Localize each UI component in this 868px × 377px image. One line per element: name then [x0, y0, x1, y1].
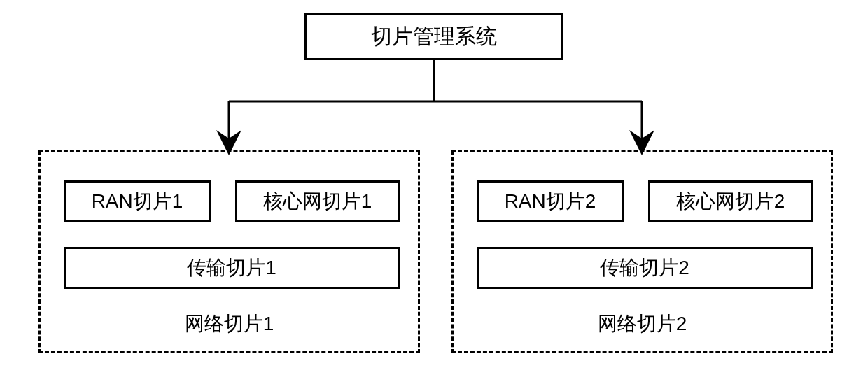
- transport-slice-box: 传输切片2: [477, 247, 813, 289]
- network-slice-label: 网络切片2: [454, 311, 831, 337]
- slice-manager-title: 切片管理系统: [371, 22, 497, 51]
- network-slice-label: 网络切片1: [41, 311, 418, 337]
- ran-slice-label: RAN切片2: [505, 188, 596, 215]
- ran-slice-box: RAN切片2: [477, 180, 624, 222]
- slice-manager-box: 切片管理系统: [304, 13, 564, 60]
- network-slice-1: RAN切片1 核心网切片1 传输切片1 网络切片1: [38, 150, 420, 353]
- transport-slice-label: 传输切片2: [600, 255, 690, 281]
- core-slice-box: 核心网切片2: [648, 180, 813, 222]
- transport-slice-box: 传输切片1: [64, 247, 400, 289]
- core-slice-box: 核心网切片1: [235, 180, 400, 222]
- core-slice-label: 核心网切片1: [263, 188, 372, 215]
- network-slice-2: RAN切片2 核心网切片2 传输切片2 网络切片2: [451, 150, 833, 353]
- ran-slice-label: RAN切片1: [92, 188, 183, 215]
- ran-slice-box: RAN切片1: [64, 180, 211, 222]
- core-slice-label: 核心网切片2: [676, 188, 785, 215]
- transport-slice-label: 传输切片1: [187, 255, 276, 281]
